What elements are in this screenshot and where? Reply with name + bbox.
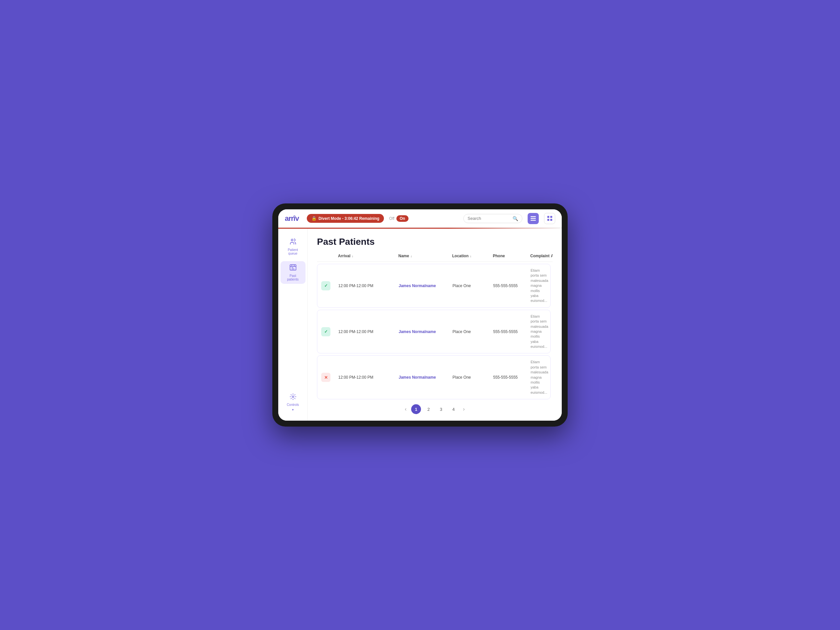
pagination-page-2[interactable]: 2 (424, 404, 433, 414)
name-sort-icon: ↓ (411, 254, 412, 258)
col-arrived: Arrived (551, 254, 553, 258)
col-complaint: Complaint (530, 254, 549, 258)
app-logo: arrîv (285, 214, 299, 223)
phone-text: 555-555-5555 (493, 330, 529, 334)
toggle-on-label[interactable]: On (396, 215, 409, 222)
table-body: ✓ 12:00 PM-12:00 PM James Normalname Pla… (317, 262, 553, 399)
complaint-text: Etiam porta sem malesuada magna mollis y… (531, 268, 548, 303)
tablet-screen: arrîv 🔒 Divert Mode - 3:06:42 Remaining … (278, 209, 562, 421)
location-sort-icon: ↓ (470, 254, 472, 258)
past-patients-icon (289, 264, 297, 273)
toggle-group: Off On (389, 215, 408, 222)
sidebar-item-patient-queue[interactable]: Patient queue (281, 235, 305, 258)
table-container: Arrival ↓ Name ↓ Location ↓ Phone (317, 254, 553, 399)
phone-text: 555-555-5555 (493, 284, 529, 288)
tablet-frame: arrîv 🔒 Divert Mode - 3:06:42 Remaining … (272, 204, 568, 426)
patient-queue-label: Patient queue (284, 248, 302, 255)
table-row[interactable]: ✓ 12:00 PM-12:00 PM James Normalname Pla… (317, 264, 551, 308)
main-layout: Patient queue Past patients (278, 229, 562, 421)
patient-name-link[interactable]: James Normalname (399, 284, 451, 288)
list-icon (531, 216, 536, 221)
table-header: Arrival ↓ Name ↓ Location ↓ Phone (317, 254, 553, 262)
patient-name-link[interactable]: James Normalname (399, 375, 451, 380)
controls-icon (290, 393, 296, 402)
patient-name-link[interactable]: James Normalname (399, 330, 451, 334)
svg-rect-0 (531, 216, 536, 217)
arrival-sort-icon: ↓ (352, 254, 354, 258)
col-name[interactable]: Name ↓ (398, 254, 451, 258)
arrival-text: 12:00 PM-12:00 PM (338, 330, 397, 334)
svg-rect-3 (547, 216, 549, 218)
svg-rect-4 (550, 216, 552, 218)
arrival-text: 12:00 PM-12:00 PM (338, 375, 397, 380)
pagination-next[interactable]: › (461, 405, 467, 414)
complaint-text: Etiam porta sem malesuada magna mollis y… (531, 360, 548, 395)
svg-rect-5 (547, 219, 549, 221)
svg-rect-6 (550, 219, 552, 221)
top-bar: arrîv 🔒 Divert Mode - 3:06:42 Remaining … (278, 209, 562, 228)
content-area: Past Patients Arrival ↓ Name ↓ (308, 229, 562, 421)
col-phone: Phone (493, 254, 529, 258)
toggle-off-label[interactable]: Off (389, 216, 395, 221)
lock-icon: 🔒 (311, 216, 317, 221)
search-input[interactable] (467, 216, 510, 221)
arrival-text: 12:00 PM-12:00 PM (338, 284, 397, 288)
location-text: Place One (453, 375, 492, 380)
svg-point-9 (292, 396, 294, 398)
svg-rect-2 (531, 220, 536, 221)
search-icon[interactable]: 🔍 (513, 216, 518, 221)
divert-mode-label: Divert Mode - 3:06:42 Remaining (319, 216, 379, 221)
search-box[interactable]: 🔍 (463, 214, 523, 223)
pagination-prev[interactable]: ‹ (403, 405, 409, 414)
table-row[interactable]: ✓ 12:00 PM-12:00 PM James Normalname Pla… (317, 310, 551, 354)
past-patients-label: Past patients (284, 274, 302, 281)
col-location[interactable]: Location ↓ (452, 254, 491, 258)
pagination-page-3[interactable]: 3 (436, 404, 446, 414)
pagination: ‹ 1 2 3 4 › (317, 399, 553, 415)
status-badge-x: ✕ (321, 373, 330, 382)
controls-chevron-icon: ▾ (292, 408, 294, 412)
divert-mode-button[interactable]: 🔒 Divert Mode - 3:06:42 Remaining (307, 214, 384, 223)
controls-label: Controls (287, 403, 299, 407)
location-text: Place One (453, 330, 492, 334)
pagination-page-4[interactable]: 4 (448, 404, 458, 414)
phone-text: 555-555-5555 (493, 375, 529, 380)
grid-view-button[interactable] (544, 213, 555, 224)
svg-point-7 (291, 239, 293, 241)
patient-queue-icon (289, 238, 297, 247)
table-row[interactable]: ✕ 12:00 PM-12:00 PM James Normalname Pla… (317, 355, 551, 399)
pagination-page-1[interactable]: 1 (411, 404, 421, 414)
complaint-text: Etiam porta sem malesuada magna mollis y… (531, 314, 548, 349)
col-status (321, 254, 337, 258)
page-title: Past Patients (317, 237, 553, 247)
svg-rect-1 (531, 218, 536, 219)
sidebar: Patient queue Past patients (278, 229, 308, 421)
sidebar-item-controls[interactable]: Controls ▾ (281, 391, 305, 414)
location-text: Place One (453, 284, 492, 288)
sidebar-item-past-patients[interactable]: Past patients (281, 261, 305, 284)
list-view-button[interactable] (527, 213, 539, 224)
col-arrival[interactable]: Arrival ↓ (338, 254, 397, 258)
status-badge-check: ✓ (321, 327, 330, 336)
status-badge-check: ✓ (321, 281, 330, 291)
grid-icon (547, 216, 552, 221)
sidebar-bottom: Controls ▾ (281, 391, 305, 414)
